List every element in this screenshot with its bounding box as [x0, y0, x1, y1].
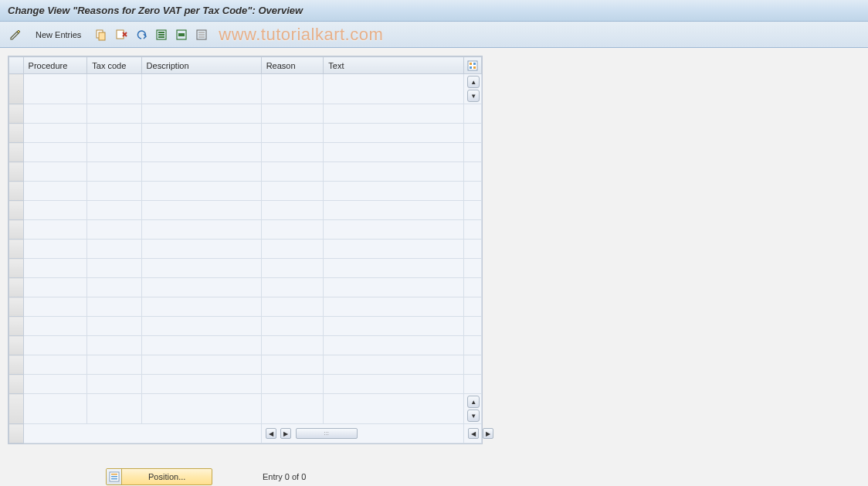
grid-cell[interactable]: [261, 375, 324, 394]
row-selector[interactable]: [9, 182, 24, 201]
row-selector[interactable]: [9, 375, 24, 394]
grid-cell[interactable]: [87, 124, 141, 143]
grid-cell[interactable]: [261, 317, 324, 336]
grid-cell[interactable]: [87, 278, 141, 297]
grid-cell[interactable]: [141, 297, 261, 317]
table-row[interactable]: ▲▼: [9, 74, 482, 104]
grid-cell[interactable]: [87, 143, 141, 162]
grid-cell[interactable]: [23, 74, 87, 104]
grid-cell[interactable]: [324, 201, 464, 220]
row-selector[interactable]: [9, 317, 24, 336]
row-selector[interactable]: [9, 336, 24, 355]
grid-cell[interactable]: [87, 317, 141, 336]
table-row[interactable]: [9, 375, 482, 394]
table-row[interactable]: [9, 240, 482, 259]
delete-icon[interactable]: [114, 27, 129, 42]
grid-cell[interactable]: [87, 162, 141, 182]
table-row[interactable]: [9, 143, 482, 162]
grid-cell[interactable]: [87, 182, 141, 201]
grid-cell[interactable]: [23, 104, 87, 124]
grid-cell[interactable]: [87, 104, 141, 124]
table-row[interactable]: [9, 104, 482, 124]
grid-cell[interactable]: [87, 201, 141, 220]
grid-cell[interactable]: [324, 394, 464, 424]
grid-cell[interactable]: [141, 317, 261, 336]
grid-cell[interactable]: [141, 394, 261, 424]
grid-cell[interactable]: [87, 297, 141, 317]
grid-cell[interactable]: [324, 375, 464, 394]
grid-cell[interactable]: [261, 278, 324, 297]
grid-cell[interactable]: [23, 317, 87, 336]
row-selector[interactable]: [9, 259, 24, 278]
grid-cell[interactable]: [23, 336, 87, 355]
grid-cell[interactable]: [23, 143, 87, 162]
row-selector[interactable]: [9, 240, 24, 259]
v-scroll-down2-icon[interactable]: ▼: [467, 410, 480, 422]
grid-cell[interactable]: [324, 336, 464, 355]
grid-cell[interactable]: [261, 394, 324, 424]
grid-cell[interactable]: [324, 124, 464, 143]
row-selector[interactable]: [9, 124, 24, 143]
col-header-procedure[interactable]: Procedure: [23, 57, 87, 74]
grid-cell[interactable]: [324, 259, 464, 278]
copy-icon[interactable]: [93, 27, 109, 42]
table-row[interactable]: ▲▼: [9, 394, 482, 424]
grid-cell[interactable]: [23, 297, 87, 317]
table-row[interactable]: [9, 336, 482, 355]
h-scroll-thumb[interactable]: :::: [296, 428, 358, 439]
h-scroll-right-icon[interactable]: ▶: [280, 428, 291, 439]
v-scroll-down-icon[interactable]: ▼: [467, 90, 480, 102]
row-selector[interactable]: [9, 162, 24, 182]
grid-cell[interactable]: [141, 278, 261, 297]
grid-cell[interactable]: [324, 74, 464, 104]
grid-cell[interactable]: [141, 143, 261, 162]
select-block-icon[interactable]: [174, 27, 189, 42]
row-selector[interactable]: [9, 143, 24, 162]
new-entries-button[interactable]: New Entries: [28, 26, 89, 43]
table-row[interactable]: [9, 162, 482, 182]
grid-cell[interactable]: [141, 336, 261, 355]
table-row[interactable]: [9, 259, 482, 278]
grid-cell[interactable]: [87, 394, 141, 424]
grid-cell[interactable]: [324, 104, 464, 124]
grid-cell[interactable]: [141, 201, 261, 220]
grid-cell[interactable]: [141, 182, 261, 201]
position-button[interactable]: Position...: [106, 468, 212, 485]
grid-cell[interactable]: [261, 297, 324, 317]
grid-cell[interactable]: [324, 278, 464, 297]
grid-cell[interactable]: [261, 355, 324, 375]
grid-cell[interactable]: [23, 375, 87, 394]
row-selector[interactable]: [9, 394, 24, 424]
col-header-reason[interactable]: Reason: [261, 57, 324, 74]
grid-cell[interactable]: [23, 355, 87, 375]
grid-cell[interactable]: [261, 220, 324, 240]
row-selector[interactable]: [9, 104, 24, 124]
grid-cell[interactable]: [23, 259, 87, 278]
grid-cell[interactable]: [324, 355, 464, 375]
col-header-text[interactable]: Text: [324, 57, 464, 74]
grid-cell[interactable]: [141, 355, 261, 375]
grid-cell[interactable]: [141, 259, 261, 278]
grid-cell[interactable]: [23, 124, 87, 143]
v-scroll-up2-icon[interactable]: ▲: [467, 396, 480, 408]
grid-cell[interactable]: [324, 240, 464, 259]
h-scroll-track[interactable]: ◀ ▶ :::: [261, 424, 464, 444]
grid-cell[interactable]: [141, 124, 261, 143]
table-row[interactable]: [9, 201, 482, 220]
grid-cell[interactable]: [324, 297, 464, 317]
h-scroll-left-icon[interactable]: ◀: [266, 428, 276, 439]
change-icon[interactable]: [8, 27, 23, 42]
table-row[interactable]: [9, 297, 482, 317]
grid-cell[interactable]: [141, 375, 261, 394]
grid-cell[interactable]: [324, 317, 464, 336]
grid-cell[interactable]: [87, 259, 141, 278]
table-row[interactable]: [9, 124, 482, 143]
grid-cell[interactable]: [141, 162, 261, 182]
data-grid[interactable]: Procedure Tax code Description Reason Te…: [8, 56, 482, 444]
grid-cell[interactable]: [261, 182, 324, 201]
undo-icon[interactable]: [134, 27, 149, 42]
grid-cell[interactable]: [261, 240, 324, 259]
table-row[interactable]: [9, 317, 482, 336]
grid-cell[interactable]: [261, 124, 324, 143]
grid-cell[interactable]: [141, 104, 261, 124]
